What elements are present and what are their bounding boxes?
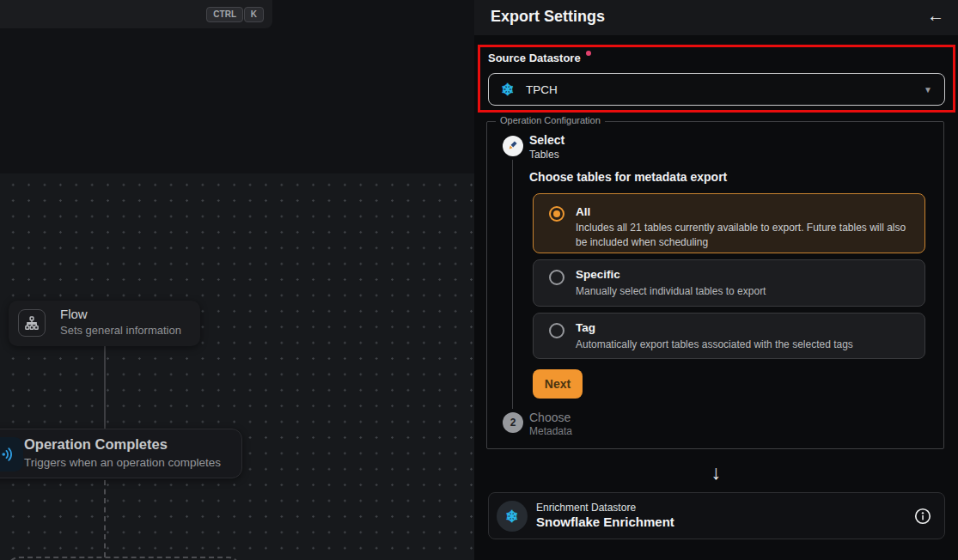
option-tag-label: Tag [576, 321, 595, 334]
add-node-dropzone[interactable] [7, 557, 241, 560]
app-root: CTRL K Flow Sets general information [0, 0, 958, 560]
flow-node-subtitle: Sets general information [60, 324, 181, 337]
required-dot [586, 51, 591, 56]
radio-all-selected[interactable] [549, 206, 564, 222]
option-specific-description: Manually select individual tables to exp… [576, 284, 919, 299]
step1-circle [503, 136, 523, 156]
option-tag-description: Automatically export tables associated w… [576, 338, 919, 352]
option-all-label: All [576, 205, 590, 218]
operation-configuration-fieldset: Operation Configuration Select Tables Ch… [486, 121, 944, 449]
operation-completes-subtitle: Triggers when an operation completes [24, 456, 221, 469]
operation-completes-title: Operation Completes [24, 436, 168, 453]
node-connector-dashed-line [104, 480, 106, 557]
radio-specific[interactable] [549, 270, 564, 285]
step1-subtitle: Tables [529, 149, 559, 161]
canvas-dot-grid [0, 173, 474, 560]
chevron-down-icon: ▼ [924, 85, 932, 94]
flow-node[interactable]: Flow Sets general information [9, 301, 200, 346]
radio-tag[interactable] [549, 323, 564, 338]
snowflake-icon: ❄ [505, 508, 519, 525]
panel-title: Export Settings [491, 8, 605, 26]
source-datastore-select[interactable]: ❄ TPCH ▼ [488, 73, 945, 106]
sitemap-icon [18, 309, 46, 337]
source-datastore-label-row: Source Datastore [488, 50, 591, 65]
option-tag[interactable]: Tag Automatically export tables associat… [533, 313, 925, 359]
enrichment-datastore-value: Snowflake Enrichment [536, 514, 674, 529]
source-datastore-label: Source Datastore [488, 52, 581, 64]
option-specific[interactable]: Specific Manually select individual tabl… [533, 259, 925, 307]
stepper-line [512, 160, 513, 409]
k-key-badge: K [244, 7, 264, 22]
pencil-icon [508, 138, 519, 154]
option-all[interactable]: All Includes all 21 tables currently ava… [533, 193, 925, 253]
operation-configuration-legend: Operation Configuration [496, 115, 605, 125]
option-specific-label: Specific [576, 268, 620, 281]
step2-title: Choose [529, 411, 571, 424]
option-all-description: Includes all 21 tables currently availab… [576, 221, 919, 250]
arrow-down-icon: ↓ [474, 461, 958, 484]
enrichment-datastore-label: Enrichment Datastore [536, 502, 636, 514]
ctrl-key-badge: CTRL [206, 7, 243, 22]
choose-tables-heading: Choose tables for metadata export [529, 170, 727, 184]
flow-node-title: Flow [60, 307, 88, 321]
snowflake-icon-circle: ❄ [497, 501, 528, 532]
step2-circle: 2 [503, 412, 523, 433]
step2-subtitle: Metadata [529, 425, 572, 437]
panel-header: Export Settings ← [474, 0, 958, 35]
source-datastore-value: TPCH [526, 83, 558, 96]
step1-title: Select [529, 133, 564, 147]
export-settings-panel: Export Settings ← Source Datastore ❄ TPC… [474, 0, 958, 560]
node-connector-line [104, 345, 106, 429]
flow-canvas[interactable]: CTRL K Flow Sets general information [0, 0, 474, 560]
enrichment-datastore-card[interactable]: ❄ Enrichment Datastore Snowflake Enrichm… [488, 492, 945, 539]
search-bar[interactable]: CTRL K [0, 0, 272, 28]
snowflake-icon: ❄ [501, 82, 515, 98]
operation-completes-node[interactable]: Operation Completes Triggers when an ope… [0, 429, 242, 478]
broadcast-icon [0, 437, 23, 472]
back-arrow-icon[interactable]: ← [927, 6, 944, 26]
next-button[interactable]: Next [533, 369, 583, 399]
info-icon[interactable] [913, 507, 932, 526]
